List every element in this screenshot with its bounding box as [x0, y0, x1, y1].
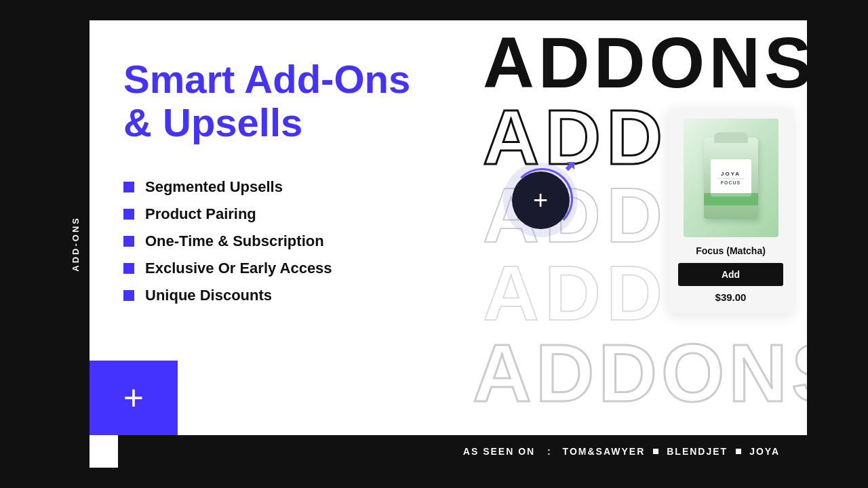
plus-circle-container[interactable]: +: [503, 163, 578, 237]
bullet-icon: [123, 290, 134, 301]
bag-top: [714, 132, 748, 143]
footer-brand-2: BLENDJET: [667, 446, 728, 457]
plus-icon: +: [123, 380, 144, 415]
add-button[interactable]: +: [90, 361, 178, 435]
slide-container: ADD-ONS Smart Add-Ons & Upsells Segmente…: [61, 20, 807, 468]
product-card: JOYA FOCUS Focus (Matcha) Add $39.00: [668, 108, 793, 313]
bullet-icon: [123, 182, 134, 192]
list-item: Exclusive Or Early Access: [123, 260, 435, 277]
bag-brand: JOYA: [721, 171, 741, 177]
bullet-icon: [123, 236, 134, 247]
product-price: $39.00: [715, 291, 747, 303]
plus-inner-icon: +: [533, 187, 548, 213]
left-panel: Smart Add-Ons & Upsells Segmented Upsell…: [90, 20, 469, 468]
bag-label: JOYA FOCUS: [711, 159, 751, 197]
addons-text-top: ADDONS: [469, 20, 807, 98]
product-name: Focus (Matcha): [696, 245, 766, 256]
footer-colon: :: [545, 446, 553, 457]
bullet-icon: [123, 263, 134, 274]
plus-circle-bg: +: [503, 163, 578, 237]
list-item: Unique Discounts: [123, 287, 435, 304]
bullet-list: Segmented Upsells Product Pairing One-Ti…: [123, 178, 435, 314]
list-item: Segmented Upsells: [123, 178, 435, 196]
add-row-3: ADD: [469, 254, 668, 332]
plus-circle-inner: +: [512, 171, 570, 229]
add-text-3: ADD: [469, 254, 668, 332]
add-product-button[interactable]: Add: [678, 263, 783, 286]
product-bag: JOYA FOCUS: [704, 138, 758, 219]
main-title: Smart Add-Ons & Upsells: [123, 58, 435, 144]
footer-as-seen-on: AS SEEN ON: [463, 446, 535, 457]
footer-square-2: [736, 449, 741, 454]
main-content: Smart Add-Ons & Upsells Segmented Upsell…: [90, 20, 807, 468]
sidebar: ADD-ONS: [61, 20, 90, 468]
list-item: One-Time & Subscription: [123, 232, 435, 250]
list-item: Product Pairing: [123, 205, 435, 223]
footer-bar: AS SEEN ON : TOM&SAWYER BLENDJET JOYA: [118, 435, 807, 468]
right-panel: ADDONS ADD ADD ADD ADDONS +: [469, 20, 807, 468]
product-image: JOYA FOCUS: [684, 119, 778, 237]
footer-square-1: [653, 449, 658, 454]
sidebar-label: ADD-ONS: [71, 216, 81, 272]
arrow-icon: [560, 157, 579, 176]
addons-text-bottom: ADDONS: [469, 332, 807, 413]
footer-brand-3: JOYA: [749, 446, 780, 457]
bag-green-band: [704, 193, 758, 205]
footer-brand-1: TOM&SAWYER: [563, 446, 646, 457]
bullet-icon: [123, 209, 134, 220]
bag-product-name: FOCUS: [721, 180, 741, 185]
